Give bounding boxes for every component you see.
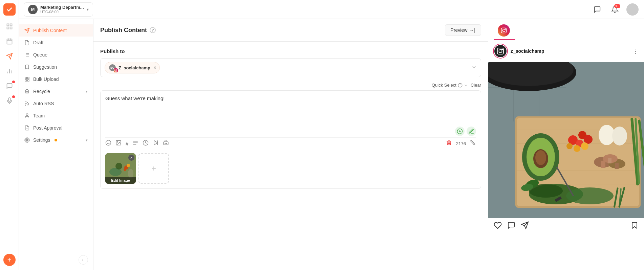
ig-post-image: [488, 62, 644, 218]
preview-button[interactable]: Preview →|: [445, 24, 481, 36]
settings-chevron-icon: ▾: [86, 138, 88, 142]
svg-point-62: [127, 164, 130, 167]
sidebar-queue-label: Queue: [33, 52, 47, 58]
svg-rect-22: [25, 77, 27, 79]
rail-item-inbox[interactable]: [3, 79, 16, 93]
svg-point-96: [566, 143, 573, 149]
account-info: Marketing Departm... UTC-08:00: [40, 5, 84, 14]
rail-item-analytics[interactable]: [3, 64, 16, 78]
ig-post-more-button[interactable]: ⋮: [632, 47, 639, 55]
main-content: Publish Content ? Preview →| Publish to …: [93, 19, 644, 270]
quick-select-bar: Quick Select Clear: [100, 83, 481, 88]
image-button[interactable]: [115, 140, 122, 147]
delete-button[interactable]: [446, 140, 452, 147]
publish-to-field: SC Z_socialchamp ×: [100, 58, 481, 77]
hashtag-button[interactable]: #: [126, 141, 128, 147]
preview-tab-instagram[interactable]: [494, 22, 515, 40]
comment-button[interactable]: [507, 221, 515, 231]
image-thumbnail-1[interactable]: Edit Image ×: [105, 153, 136, 184]
media-button[interactable]: [153, 140, 159, 147]
svg-rect-51: [164, 142, 169, 145]
svg-point-89: [535, 150, 546, 165]
account-timezone: UTC-08:00: [40, 10, 84, 14]
bot-button[interactable]: [163, 140, 169, 147]
ig-post: z_socialchamp ⋮: [488, 40, 644, 270]
messages-button[interactable]: [591, 3, 603, 16]
svg-rect-2: [7, 27, 9, 29]
sidebar-item-draft[interactable]: Draft: [19, 37, 93, 49]
icon-rail: +: [0, 0, 19, 270]
ai-suggest-icon[interactable]: [455, 127, 465, 136]
sidebar-item-settings[interactable]: Settings ▾: [19, 134, 93, 146]
sidebar-item-post-approval[interactable]: Post Approval: [19, 122, 93, 134]
share-button[interactable]: [521, 221, 529, 231]
ai-write-icon[interactable]: [467, 127, 476, 136]
sidebar-item-publish[interactable]: Publish Content: [19, 24, 93, 37]
image-row: Edit Image × +: [105, 153, 476, 184]
account-avatar: M: [28, 5, 38, 14]
add-account-button[interactable]: +: [3, 254, 16, 266]
publish-panel: Publish Content ? Preview →| Publish to …: [93, 19, 488, 270]
svg-rect-104: [608, 158, 611, 163]
instagram-tab-icon: [498, 24, 510, 37]
rail-item-publish[interactable]: [3, 49, 16, 63]
quick-select-label: Quick Select: [432, 83, 456, 88]
publish-title: Publish Content ?: [100, 27, 156, 34]
sidebar-bulk-upload-label: Bulk Upload: [33, 76, 59, 82]
bookmark-button[interactable]: [630, 221, 639, 231]
sidebar-item-recycle[interactable]: Recycle ▾: [19, 85, 93, 97]
ig-post-avatar: [494, 44, 507, 58]
editor-toolbar: # 21: [105, 137, 476, 149]
schedule-button[interactable]: [143, 140, 149, 147]
sidebar-item-auto-rss[interactable]: Auto RSS: [19, 97, 93, 110]
add-image-button[interactable]: +: [138, 153, 169, 184]
svg-point-65: [115, 163, 122, 170]
inbox-badge: [12, 81, 15, 83]
rail-item-dashboard[interactable]: [3, 20, 16, 33]
svg-point-54: [165, 143, 166, 144]
ig-post-header: z_socialchamp ⋮: [488, 40, 644, 62]
account-tag-z-socialchamp[interactable]: SC Z_socialchamp ×: [105, 62, 160, 73]
sidebar-publish-label: Publish Content: [33, 28, 67, 33]
content-textarea[interactable]: Guess what we're making!: [105, 95, 476, 122]
text-button[interactable]: [132, 140, 138, 147]
sidebar-collapse-button[interactable]: ←: [79, 255, 88, 265]
svg-point-55: [167, 143, 167, 144]
sidebar-item-suggestion[interactable]: Suggestion: [19, 61, 93, 73]
account-name: Marketing Departm...: [40, 5, 84, 10]
publish-title-text: Publish Content: [100, 27, 147, 34]
sidebar-item-team[interactable]: Team: [19, 110, 93, 122]
clear-button[interactable]: Clear: [471, 83, 481, 88]
edit-image-label[interactable]: Edit Image: [105, 177, 136, 184]
svg-point-98: [612, 127, 627, 145]
svg-point-32: [115, 70, 116, 71]
magic-button[interactable]: [470, 140, 476, 147]
svg-point-40: [106, 140, 111, 145]
rail-item-listen[interactable]: [3, 94, 16, 108]
sidebar: Publish Content Draft Queue Suggestion B…: [19, 19, 93, 270]
svg-point-67: [502, 29, 505, 32]
preview-tabs: [488, 19, 644, 40]
account-chevron-icon: ▾: [87, 7, 89, 12]
sidebar-item-bulk-upload[interactable]: Bulk Upload: [19, 73, 93, 85]
publish-help-icon[interactable]: ?: [150, 27, 156, 33]
rail-item-calendar[interactable]: [3, 35, 16, 48]
ig-post-user: z_socialchamp: [494, 44, 544, 58]
user-avatar[interactable]: [626, 3, 639, 16]
svg-rect-100: [601, 161, 605, 168]
account-switcher[interactable]: M Marketing Departm... UTC-08:00 ▾: [24, 2, 93, 17]
account-tag-close-button[interactable]: ×: [154, 65, 156, 70]
svg-rect-24: [25, 80, 27, 81]
publish-to-label: Publish to: [100, 48, 481, 54]
emoji-button[interactable]: [105, 140, 111, 147]
svg-point-70: [499, 49, 502, 52]
quick-select-button[interactable]: Quick Select: [432, 83, 468, 88]
notifications-button[interactable]: 9+: [609, 3, 621, 16]
sidebar-suggestion-label: Suggestion: [33, 64, 57, 70]
preview-label: Preview: [451, 27, 468, 33]
like-button[interactable]: [494, 221, 502, 231]
sidebar-item-queue[interactable]: Queue: [19, 49, 93, 61]
remove-image-button[interactable]: ×: [128, 155, 134, 161]
publish-to-chevron-icon[interactable]: [471, 64, 477, 71]
svg-point-95: [581, 142, 588, 150]
